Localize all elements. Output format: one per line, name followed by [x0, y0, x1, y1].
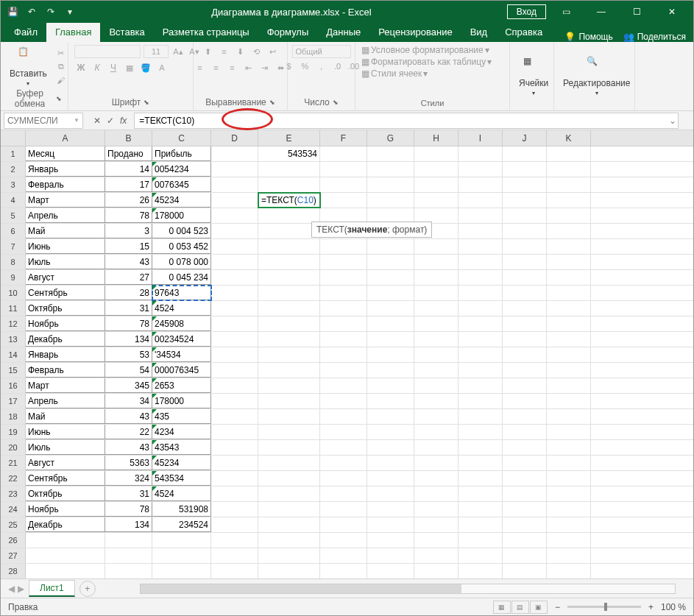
cell[interactable] [414, 517, 458, 532]
cell[interactable]: 324 [105, 471, 152, 486]
row-header[interactable]: 15 [1, 363, 26, 378]
cell[interactable] [258, 332, 320, 347]
tab-home[interactable]: Главная [46, 23, 100, 42]
cell[interactable]: '34534 [152, 347, 211, 362]
zoom-out-icon[interactable]: − [555, 602, 560, 612]
cell[interactable]: 435 [152, 409, 211, 424]
cell[interactable] [503, 208, 547, 223]
cell[interactable]: 178000 [152, 208, 211, 223]
cell[interactable] [458, 316, 503, 331]
tab-view[interactable]: Вид [461, 23, 497, 42]
cell[interactable] [320, 440, 367, 455]
aligntop-icon[interactable]: ⬆ [202, 45, 215, 58]
cell[interactable]: Март [26, 378, 105, 393]
cell[interactable] [258, 425, 320, 439]
row-header[interactable]: 14 [1, 347, 26, 362]
tab-data[interactable]: Данные [317, 23, 369, 42]
cell[interactable] [320, 394, 367, 408]
sheet-next-icon[interactable]: ▶ [18, 584, 24, 594]
cell[interactable]: Август [26, 456, 105, 470]
cell[interactable]: 97643 [152, 286, 211, 300]
cell[interactable] [458, 270, 503, 285]
cell[interactable]: Июль [26, 440, 105, 455]
orientation-icon[interactable]: ⟲ [250, 45, 263, 58]
row-header[interactable]: 13 [1, 332, 26, 347]
cell[interactable] [211, 224, 258, 238]
cell[interactable]: Сентябрь [26, 286, 105, 300]
cell[interactable] [367, 270, 414, 285]
cell[interactable] [258, 347, 320, 362]
row-header[interactable]: 23 [1, 486, 26, 501]
row-header[interactable]: 20 [1, 440, 26, 455]
cell[interactable] [414, 486, 458, 501]
cell[interactable] [414, 378, 458, 393]
cell[interactable] [211, 193, 258, 208]
zoom-level[interactable]: 100 % [661, 602, 686, 612]
cell[interactable] [320, 286, 367, 300]
cell[interactable] [458, 440, 503, 455]
cell[interactable] [320, 425, 367, 439]
cell[interactable]: Сентябрь [26, 471, 105, 486]
cell[interactable]: 543534 [258, 146, 320, 161]
cell[interactable] [503, 270, 547, 285]
cell[interactable]: 34 [105, 394, 152, 408]
cell[interactable] [211, 301, 258, 316]
cell[interactable]: Октябрь [26, 301, 105, 316]
cell[interactable] [458, 394, 503, 408]
cell[interactable] [367, 162, 414, 177]
cell[interactable]: Ноябрь [26, 316, 105, 331]
tellme-button[interactable]: 💡 Помощь [564, 32, 612, 42]
wrap-icon[interactable]: ↩ [266, 45, 280, 58]
cell[interactable] [414, 239, 458, 254]
row-header[interactable]: 25 [1, 517, 26, 532]
cell[interactable] [458, 517, 503, 532]
cell[interactable]: 0 004 523 [152, 224, 211, 238]
row-header[interactable]: 10 [1, 286, 26, 300]
cell[interactable]: =ТЕКСТ(C10) [258, 193, 320, 208]
numberformat-combo[interactable]: Общий [292, 45, 351, 58]
fontsize-combo[interactable]: 11 [144, 45, 169, 58]
cell[interactable] [320, 301, 367, 316]
close-icon[interactable]: ✕ [656, 1, 687, 23]
cell[interactable] [414, 177, 458, 192]
zoom-slider[interactable] [567, 606, 641, 608]
cell[interactable] [320, 208, 367, 223]
new-sheet-button[interactable]: + [79, 581, 96, 597]
row-header[interactable]: 22 [1, 471, 26, 486]
cell[interactable] [503, 502, 547, 517]
cell[interactable] [503, 363, 547, 378]
cell[interactable] [458, 409, 503, 424]
cell[interactable]: 0 045 234 [152, 270, 211, 285]
row-header[interactable]: 8 [1, 255, 26, 269]
cell[interactable]: 345 [105, 378, 152, 393]
cell[interactable] [258, 208, 320, 223]
cell[interactable] [367, 177, 414, 192]
cell[interactable] [503, 378, 547, 393]
cell[interactable] [320, 239, 367, 254]
row-header[interactable]: 18 [1, 409, 26, 424]
cell[interactable]: 27 [105, 270, 152, 285]
cell[interactable] [258, 255, 320, 269]
cell[interactable] [458, 146, 503, 161]
cell[interactable]: 0076345 [152, 177, 211, 192]
cell[interactable]: Октябрь [26, 486, 105, 501]
cell[interactable]: Апрель [26, 394, 105, 408]
cancel-icon[interactable]: ✕ [93, 116, 101, 126]
cell[interactable]: 78 [105, 208, 152, 223]
row-header[interactable]: 12 [1, 316, 26, 331]
cell[interactable] [503, 332, 547, 347]
cell[interactable] [503, 517, 547, 532]
cell[interactable]: 17 [105, 177, 152, 192]
cell[interactable] [320, 471, 367, 486]
col-header[interactable]: C [152, 130, 211, 146]
tab-file[interactable]: Файл [5, 23, 46, 42]
cell[interactable] [211, 471, 258, 486]
cell[interactable] [320, 347, 367, 362]
sheet-prev-icon[interactable]: ◀ [8, 584, 15, 594]
cell[interactable]: 3 [105, 224, 152, 238]
view-layout-icon[interactable]: ▤ [511, 601, 529, 614]
cell[interactable] [258, 316, 320, 331]
cell[interactable]: 78 [105, 316, 152, 331]
italic-icon[interactable]: К [91, 61, 104, 74]
grow-font-icon[interactable]: A▴ [171, 45, 185, 58]
